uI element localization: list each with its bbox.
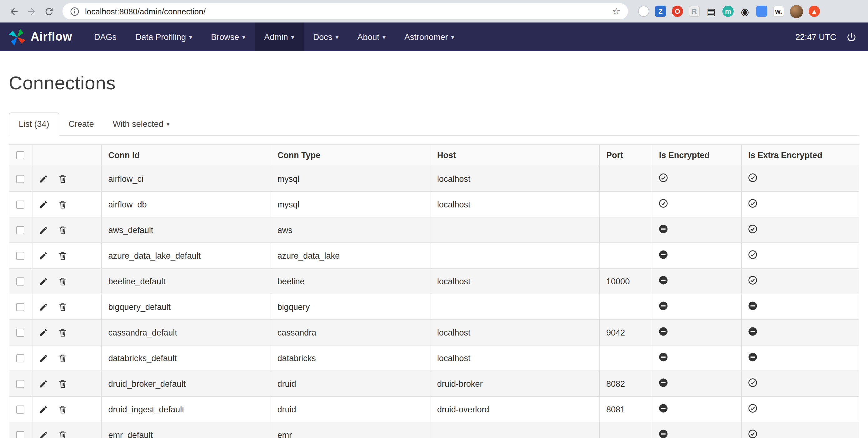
delete-trash-icon[interactable] — [58, 303, 68, 312]
nav-item-admin[interactable]: Admin▾ — [255, 23, 304, 51]
extension-o-icon[interactable]: O — [672, 6, 683, 17]
cell-is-extra-encrypted — [742, 166, 859, 191]
url-bar[interactable]: localhost:8080/admin/connection/ ☆ — [62, 3, 628, 19]
cell-conn-type: druid — [271, 397, 431, 422]
tab-list[interactable]: List (34) — [9, 113, 59, 135]
column-header-conn-type: Conn Type — [271, 145, 431, 166]
edit-pencil-icon[interactable] — [38, 303, 48, 312]
power-icon[interactable] — [846, 32, 857, 42]
row-checkbox[interactable] — [17, 405, 25, 413]
nav-item-data-profiling[interactable]: Data Profiling▾ — [126, 23, 202, 51]
select-all-checkbox[interactable] — [17, 151, 25, 159]
cell-host: druid-overlord — [431, 397, 599, 422]
extension-blue-icon[interactable] — [756, 6, 767, 17]
minus-circle-icon — [659, 250, 668, 259]
navbar-menu: DAGsData Profiling▾Browse▾Admin▾Docs▾Abo… — [85, 23, 464, 51]
column-header-is-encrypted: Is Encrypted — [652, 145, 742, 166]
edit-pencil-icon[interactable] — [38, 277, 48, 286]
extension-r-icon[interactable]: R — [689, 6, 700, 17]
nav-item-label: Browse — [211, 32, 239, 41]
row-checkbox[interactable] — [17, 251, 25, 260]
column-header-conn-id: Conn Id — [101, 145, 271, 166]
edit-pencil-icon[interactable] — [38, 328, 48, 337]
extension-w-icon[interactable]: w. — [773, 6, 784, 17]
cell-conn-id: databricks_default — [101, 345, 271, 371]
row-checkbox[interactable] — [17, 226, 25, 234]
row-checkbox[interactable] — [17, 200, 25, 208]
info-icon[interactable] — [70, 6, 80, 16]
edit-pencil-icon[interactable] — [38, 379, 48, 388]
profile-avatar[interactable] — [790, 5, 803, 18]
chevron-down-icon: ▾ — [242, 33, 245, 40]
delete-trash-icon[interactable] — [58, 225, 68, 235]
cell-conn-id: druid_ingest_default — [101, 397, 271, 422]
minus-circle-icon — [659, 352, 668, 362]
nav-item-astronomer[interactable]: Astronomer▾ — [395, 23, 464, 51]
chevron-down-icon: ▾ — [291, 33, 294, 40]
nav-item-dags[interactable]: DAGs — [85, 23, 126, 51]
extension-orange-icon[interactable]: ▲ — [809, 6, 820, 17]
row-checkbox[interactable] — [17, 328, 25, 337]
row-checkbox[interactable] — [17, 175, 25, 183]
connections-table-body: airflow_ci mysql localhost — [9, 166, 859, 438]
nav-item-label: DAGs — [94, 32, 117, 41]
delete-trash-icon[interactable] — [58, 277, 68, 286]
cell-host — [431, 217, 599, 243]
browser-back-icon[interactable] — [7, 5, 20, 18]
cell-port — [599, 345, 652, 371]
tab-list-label: List (34) — [19, 119, 50, 129]
row-checkbox[interactable] — [17, 431, 25, 438]
airflow-brand[interactable]: Airflow — [9, 23, 72, 51]
delete-trash-icon[interactable] — [58, 174, 68, 184]
edit-pencil-icon[interactable] — [38, 431, 48, 438]
browser-reload-icon[interactable] — [42, 5, 55, 18]
cell-conn-id: cassandra_default — [101, 320, 271, 345]
nav-item-docs[interactable]: Docs▾ — [304, 23, 348, 51]
edit-pencil-icon[interactable] — [38, 251, 48, 260]
nav-item-about[interactable]: About▾ — [348, 23, 395, 51]
nav-item-browse[interactable]: Browse▾ — [202, 23, 255, 51]
browser-chrome: localhost:8080/admin/connection/ ☆ ZOR▤m… — [0, 0, 868, 23]
cell-is-encrypted — [652, 345, 742, 371]
edit-pencil-icon[interactable] — [38, 354, 48, 363]
delete-trash-icon[interactable] — [58, 200, 68, 209]
extension-camera-icon[interactable]: ◉ — [739, 6, 750, 17]
extension-m-icon[interactable]: m — [722, 6, 734, 17]
extension-stack-icon[interactable]: ▤ — [706, 6, 717, 17]
nav-item-label: About — [357, 32, 379, 41]
edit-pencil-icon[interactable] — [38, 174, 48, 184]
delete-trash-icon[interactable] — [58, 328, 68, 337]
cell-host — [431, 243, 599, 269]
delete-trash-icon[interactable] — [58, 251, 68, 260]
check-circle-icon — [748, 378, 758, 387]
delete-trash-icon[interactable] — [58, 405, 68, 414]
delete-trash-icon[interactable] — [58, 431, 68, 438]
table-row: bigquery_default bigquery — [9, 294, 859, 320]
bookmark-star-icon[interactable]: ☆ — [612, 6, 621, 17]
row-checkbox[interactable] — [17, 380, 25, 388]
cell-conn-id: beeline_default — [101, 269, 271, 294]
cell-conn-type: druid — [271, 371, 431, 397]
cell-is-extra-encrypted — [742, 397, 859, 422]
row-checkbox[interactable] — [17, 277, 25, 285]
cell-conn-type: beeline — [271, 269, 431, 294]
table-row: beeline_default beeline localhost 10000 — [9, 269, 859, 294]
delete-trash-icon[interactable] — [58, 379, 68, 388]
row-checkbox[interactable] — [17, 354, 25, 362]
cell-host — [431, 422, 599, 438]
edit-pencil-icon[interactable] — [38, 200, 48, 209]
with-selected-dropdown[interactable]: With selected ▾ — [103, 113, 179, 135]
delete-trash-icon[interactable] — [58, 354, 68, 363]
tab-create[interactable]: Create — [59, 113, 103, 135]
chevron-down-icon: ▾ — [451, 33, 454, 40]
url-text[interactable]: localhost:8080/admin/connection/ — [85, 6, 206, 16]
cell-is-encrypted — [652, 243, 742, 269]
tabs: List (34) Create With selected ▾ — [9, 113, 859, 135]
extension-z-icon[interactable]: Z — [655, 6, 666, 17]
cell-port: 9042 — [599, 320, 652, 345]
extension-lens-icon[interactable] — [638, 6, 649, 17]
browser-forward-icon[interactable] — [25, 5, 37, 18]
edit-pencil-icon[interactable] — [38, 225, 48, 235]
edit-pencil-icon[interactable] — [38, 405, 48, 414]
row-checkbox[interactable] — [17, 303, 25, 311]
